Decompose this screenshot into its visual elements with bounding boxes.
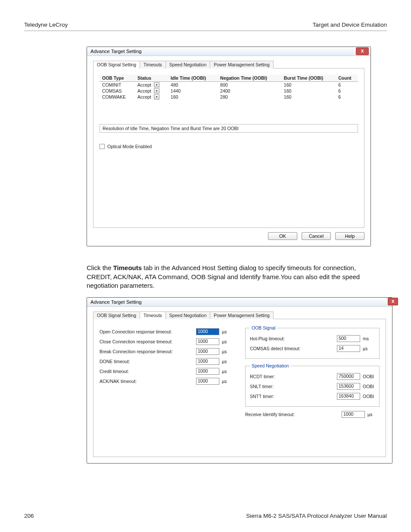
titlebar: Advance Target Setting x bbox=[87, 298, 392, 307]
unit-label: µs bbox=[219, 339, 234, 344]
tab-power-management-setting[interactable]: Power Management Setting bbox=[210, 311, 274, 319]
cell-idle[interactable]: 480 bbox=[168, 82, 218, 88]
credit-timeout-input[interactable]: 1000 bbox=[196, 368, 219, 375]
unit-label: µs bbox=[365, 412, 380, 417]
field-label: Open Connection response timeout: bbox=[100, 329, 196, 334]
tabs: OOB Signal Setting Timeouts Speed Negoti… bbox=[93, 60, 364, 68]
col-negation-time: Negation Time (OOBI) bbox=[218, 75, 281, 82]
break-connection-timeout-input[interactable]: 1000 bbox=[196, 348, 219, 355]
unit-label: µs bbox=[219, 379, 234, 384]
optical-mode-label: Optical Mode Enabled bbox=[107, 144, 152, 149]
group-legend: OOB Signal bbox=[250, 325, 277, 330]
col-count: Count bbox=[336, 75, 358, 82]
field-label: SNTT timer: bbox=[250, 394, 337, 399]
snlt-timer-input[interactable]: 153600 bbox=[337, 383, 360, 390]
body-paragraph: Click the Timeouts tab in the Advanced H… bbox=[87, 264, 371, 290]
unit-label: µs bbox=[219, 359, 234, 364]
ok-button[interactable]: OK bbox=[268, 232, 297, 240]
field-label: Receive Identify timeout: bbox=[245, 412, 342, 417]
dialog-title: Advance Target Setting bbox=[90, 299, 142, 305]
table-row: COMSAS Accept ▾ 1440 2400 160 6 bbox=[100, 88, 358, 94]
tab-timeouts[interactable]: Timeouts bbox=[140, 311, 166, 319]
cell-burst[interactable]: 160 bbox=[281, 82, 336, 88]
field-label: RCDT timer: bbox=[250, 374, 337, 379]
cell-negation[interactable]: 800 bbox=[218, 82, 281, 88]
oob-table: OOB Type Status Idle Time (OOBI) Negatio… bbox=[100, 75, 358, 100]
col-oob-type: OOB Type bbox=[100, 75, 135, 82]
table-row: COMINIT Accept ▾ 480 800 160 6 bbox=[100, 82, 358, 88]
optical-mode-checkbox[interactable] bbox=[100, 144, 105, 149]
field-label: SNLT timer: bbox=[250, 384, 337, 389]
help-button[interactable]: Help bbox=[335, 232, 364, 240]
group-legend: Speed Negotiation bbox=[250, 363, 290, 368]
cell-idle[interactable]: 160 bbox=[168, 94, 218, 100]
tabs: OOB Signal Setting Timeouts Speed Negoti… bbox=[93, 311, 386, 319]
field-label: COMSAS detect timeout: bbox=[250, 346, 337, 351]
cell-idle[interactable]: 1440 bbox=[168, 88, 218, 94]
ack-nak-timeout-input[interactable]: 1000 bbox=[196, 378, 219, 385]
unit-label: ms bbox=[360, 336, 375, 341]
cell-burst[interactable]: 160 bbox=[281, 88, 336, 94]
tab-power-management-setting[interactable]: Power Management Setting bbox=[210, 61, 274, 68]
tab-speed-negotiation[interactable]: Speed Negotiation bbox=[165, 311, 210, 319]
unit-label: OOBI bbox=[360, 384, 375, 389]
header-rule bbox=[24, 31, 387, 31]
titlebar: Advance Target Setting x bbox=[87, 47, 371, 56]
receive-identify-timeout-input[interactable]: 1000 bbox=[342, 411, 365, 418]
done-timeout-input[interactable]: 1000 bbox=[196, 358, 219, 365]
group-speed-negotiation: Speed Negotiation RCDT timer: 750000 OOB… bbox=[245, 363, 380, 407]
cell-count[interactable]: 6 bbox=[336, 88, 358, 94]
status-select[interactable]: Accept ▾ bbox=[137, 88, 165, 93]
comsas-detect-timeout-input[interactable]: 14 bbox=[337, 345, 360, 352]
dialog-title: Advance Target Setting bbox=[90, 49, 142, 54]
chevron-down-icon[interactable]: ▾ bbox=[154, 82, 159, 87]
group-oob-signal: OOB Signal Hot-Plug timeout: 500 ms COMS… bbox=[245, 325, 380, 359]
cell-type: COMSAS bbox=[100, 88, 135, 94]
header-left: Teledyne LeCroy bbox=[24, 22, 68, 28]
field-label: DONE timeout: bbox=[100, 359, 196, 364]
tab-speed-negotiation[interactable]: Speed Negotiation bbox=[165, 61, 210, 68]
cell-count[interactable]: 6 bbox=[336, 94, 358, 100]
cell-type: COMINIT bbox=[100, 82, 135, 88]
unit-label: µs bbox=[219, 369, 234, 374]
close-icon[interactable]: x bbox=[388, 298, 398, 305]
field-label: Hot-Plug timeout: bbox=[250, 336, 337, 341]
field-label: Credit timeout: bbox=[100, 369, 196, 374]
field-label: Break Connection response timeout: bbox=[100, 349, 196, 354]
unit-label: OOBI bbox=[360, 374, 375, 379]
chevron-down-icon[interactable]: ▾ bbox=[154, 94, 159, 100]
open-connection-timeout-input[interactable]: 1000 bbox=[196, 328, 219, 335]
unit-label: µs bbox=[360, 346, 375, 351]
cell-negation[interactable]: 280 bbox=[218, 94, 281, 100]
col-burst-time: Burst Time (OOBI) bbox=[281, 75, 336, 82]
rcdt-timer-input[interactable]: 750000 bbox=[337, 373, 360, 380]
resolution-note: Resolution of Idle Time, Negation Time a… bbox=[100, 124, 358, 133]
status-select[interactable]: Accept ▾ bbox=[137, 82, 165, 87]
cell-negation[interactable]: 2400 bbox=[218, 88, 281, 94]
tab-timeouts[interactable]: Timeouts bbox=[140, 61, 166, 68]
hot-plug-timeout-input[interactable]: 500 bbox=[337, 335, 360, 342]
status-select[interactable]: Accept ▾ bbox=[137, 94, 165, 100]
tab-oob-signal-setting[interactable]: OOB Signal Setting bbox=[93, 311, 140, 319]
chevron-down-icon[interactable]: ▾ bbox=[154, 88, 159, 93]
dialog-advance-target-setting-1: Advance Target Setting x OOB Signal Sett… bbox=[87, 47, 371, 246]
cell-type: COMWAKE bbox=[100, 94, 135, 100]
footer-title: Sierra M6-2 SAS/SATA Protocol Analyzer U… bbox=[246, 513, 387, 519]
sntt-timer-input[interactable]: 163840 bbox=[337, 393, 360, 400]
cancel-button[interactable]: Cancel bbox=[302, 232, 331, 240]
dialog-advance-target-setting-2: Advance Target Setting x OOB Signal Sett… bbox=[87, 297, 392, 464]
field-label: Close Connection response timeout: bbox=[100, 339, 196, 344]
header-right: Target and Device Emulation bbox=[312, 22, 387, 28]
unit-label: OOBI bbox=[360, 394, 375, 399]
left-column: Open Connection response timeout: 1000 µ… bbox=[100, 325, 234, 421]
col-idle-time: Idle Time (OOBI) bbox=[168, 75, 218, 82]
unit-label: µs bbox=[219, 349, 234, 354]
page-number: 206 bbox=[24, 513, 34, 519]
tab-oob-signal-setting[interactable]: OOB Signal Setting bbox=[93, 61, 140, 68]
close-icon[interactable]: x bbox=[356, 47, 369, 55]
cell-burst[interactable]: 160 bbox=[281, 94, 336, 100]
field-label: ACK/NAK timeout: bbox=[100, 379, 196, 384]
unit-label: µs bbox=[219, 329, 234, 334]
close-connection-timeout-input[interactable]: 1000 bbox=[196, 338, 219, 345]
cell-count[interactable]: 6 bbox=[336, 82, 358, 88]
